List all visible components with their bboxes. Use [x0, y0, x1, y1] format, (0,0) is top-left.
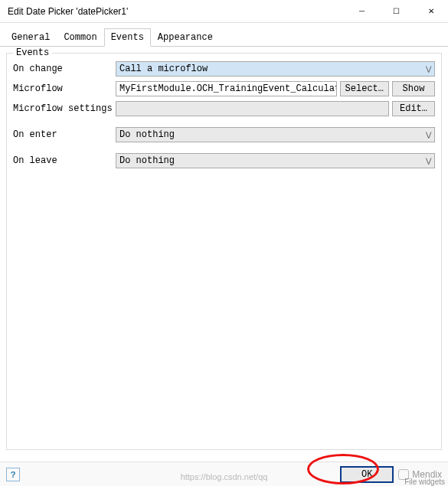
select-microflow-button[interactable]: Select… — [340, 81, 389, 96]
label-microflow-settings: Microflow settings — [13, 103, 113, 114]
select-on-enter-value: Do nothing — [119, 129, 175, 140]
select-on-change[interactable]: Call a microflow ⋁ — [116, 61, 435, 77]
content-area: Events On change Call a microflow ⋁ Micr… — [0, 47, 448, 456]
row-on-change: On change Call a microflow ⋁ — [13, 61, 435, 77]
chevron-down-icon: ⋁ — [426, 131, 431, 139]
maximize-button[interactable]: ☐ — [379, 0, 414, 22]
label-microflow: Microflow — [13, 83, 113, 94]
chevron-down-icon: ⋁ — [426, 157, 431, 165]
close-button[interactable]: ✕ — [414, 0, 448, 22]
row-on-enter: On enter Do nothing ⋁ — [13, 127, 435, 142]
show-microflow-button[interactable]: Show — [392, 81, 435, 96]
label-on-leave: On leave — [13, 155, 113, 166]
ok-button[interactable]: OK — [340, 466, 394, 483]
titlebar: Edit Date Picker 'datePicker1' ─ ☐ ✕ — [0, 0, 448, 23]
minimize-button[interactable]: ─ — [345, 0, 379, 22]
row-microflow: Microflow MyFirstModule.OCH_TrainingEven… — [13, 81, 435, 96]
tab-bar: General Common Events Appearance — [0, 23, 448, 47]
select-on-leave-value: Do nothing — [119, 155, 175, 166]
brand-icon — [398, 469, 409, 480]
window-controls: ─ ☐ ✕ — [345, 0, 448, 22]
row-on-leave: On leave Do nothing ⋁ — [13, 153, 435, 168]
help-icon[interactable]: ? — [6, 468, 20, 481]
events-fieldset: Events On change Call a microflow ⋁ Micr… — [6, 53, 442, 450]
fieldset-legend: Events — [13, 47, 52, 58]
footer: ? OK Mendix — [0, 462, 448, 486]
window-title: Edit Date Picker 'datePicker1' — [8, 6, 345, 17]
select-on-leave[interactable]: Do nothing ⋁ — [116, 153, 435, 168]
select-on-enter[interactable]: Do nothing ⋁ — [116, 127, 435, 142]
chevron-down-icon: ⋁ — [426, 65, 431, 73]
input-microflow-settings[interactable] — [116, 101, 389, 116]
input-microflow-value: MyFirstModule.OCH_TrainingEvent_Calculat… — [119, 83, 337, 94]
tab-appearance[interactable]: Appearance — [151, 28, 220, 47]
label-on-enter: On enter — [13, 129, 113, 140]
tab-common[interactable]: Common — [57, 28, 103, 47]
select-on-change-value: Call a microflow — [119, 64, 208, 74]
input-microflow[interactable]: MyFirstModule.OCH_TrainingEvent_Calculat… — [116, 81, 337, 96]
edit-microflow-settings-button[interactable]: Edit… — [392, 101, 435, 116]
tab-events[interactable]: Events — [104, 28, 151, 47]
row-microflow-settings: Microflow settings Edit… — [13, 101, 435, 116]
brand-label: Mendix — [412, 469, 442, 480]
label-on-change: On change — [13, 64, 113, 74]
brand: Mendix — [398, 469, 442, 480]
tab-general[interactable]: General — [5, 28, 57, 47]
